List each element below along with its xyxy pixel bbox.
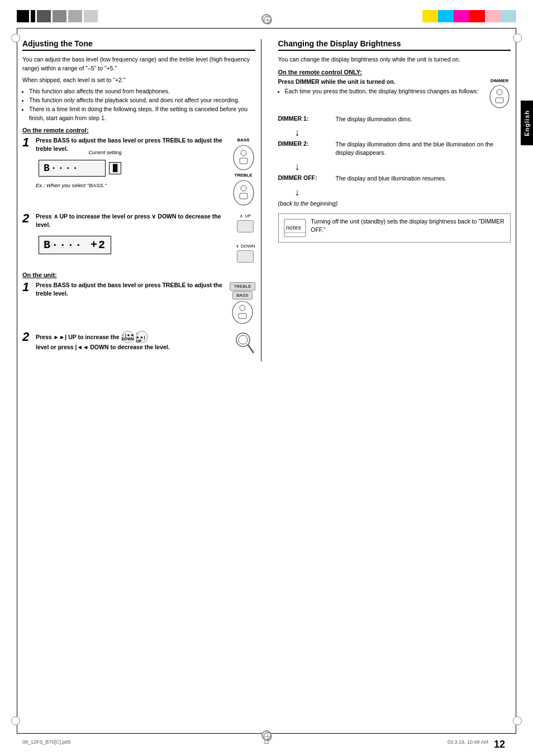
footer-right: 03.3.19, 10:49 AM	[448, 739, 488, 745]
step1-text: Press BASS to adjust the bass level or p…	[36, 136, 227, 153]
unit-heading: On the unit:	[22, 272, 255, 278]
down-label-small: DOWN	[241, 244, 255, 249]
notes-icon: notes	[283, 217, 307, 239]
dimmer2-desc: The display illumination dims and the bl…	[336, 140, 511, 156]
english-tab: English	[521, 101, 533, 145]
bass-unit-btn: BASS	[232, 291, 252, 299]
notes-text: Turning off the unit (standby) sets the …	[311, 217, 506, 235]
treble-unit-btn: TREBLE	[230, 282, 255, 291]
unit-step2-icon	[234, 331, 255, 356]
display-val1: █	[109, 162, 121, 174]
left-bottom-mark	[11, 716, 20, 725]
top-center-mark	[261, 14, 272, 24]
unit-icon	[231, 300, 254, 325]
border-right	[516, 28, 516, 734]
right-top-mark	[513, 34, 522, 42]
svg-rect-20	[496, 98, 503, 103]
dimmer-label-icon: DIMMER	[491, 78, 508, 83]
right-intro: You can change the display brightness on…	[278, 55, 511, 64]
dimmer1-label: DIMMER 1:	[278, 115, 309, 122]
notes-box: notes Turning off the unit (standby) set…	[278, 213, 511, 243]
treble-label: TREBLE	[235, 173, 253, 178]
left-column: Adjusting the Tone You can adjust the ba…	[22, 39, 261, 362]
fwd-up-btn[interactable]: ○ ►►| UP	[136, 331, 148, 343]
footer-left: 09_12FS_B70[C].p65	[22, 739, 71, 745]
svg-rect-8	[240, 158, 248, 164]
svg-point-6	[234, 145, 254, 170]
up-icon: ∧	[240, 213, 243, 218]
down-icon: ∨	[236, 244, 239, 249]
up-button[interactable]	[237, 220, 254, 232]
step1-number: 1	[22, 136, 32, 149]
dimmeroff-label: DIMMER OFF:	[278, 174, 317, 181]
current-setting-label: Current setting	[88, 150, 121, 155]
step2-number: 2	[22, 212, 32, 225]
svg-point-13	[240, 305, 245, 311]
bass-remote-icon	[232, 144, 255, 172]
right-bottom-mark	[513, 716, 522, 725]
bullet-2: This function only affects the playback …	[29, 96, 255, 105]
unit-step1-number: 1	[22, 281, 32, 293]
fwd-down-btn[interactable]: ○ |◄◄ DOWN	[122, 331, 134, 343]
press-dimmer-text: Press DIMMER while the unit is turned on…	[278, 78, 484, 85]
dimmer2-label: DIMMER 2:	[278, 140, 309, 147]
border-left	[17, 28, 17, 734]
right-section-title: Changing the Display Brightness	[278, 39, 511, 51]
svg-line-16	[248, 345, 254, 353]
dimmer-remote-icon	[488, 84, 511, 110]
up-label-small: UP	[245, 213, 251, 218]
down-button[interactable]	[237, 250, 254, 263]
bullet-3: There is a time limit in doing the follo…	[29, 105, 255, 123]
left-top-mark	[11, 34, 20, 42]
svg-point-18	[490, 85, 509, 108]
svg-rect-11	[240, 193, 248, 199]
unit-step1-text: Press BASS to adjust the bass level or p…	[36, 281, 226, 297]
arrow3: ↓	[295, 187, 511, 197]
display-bass: B∙∙∙∙	[39, 160, 106, 177]
dimmeroff-desc: The display and blue illumination resume…	[336, 174, 511, 183]
left-section-title: Adjusting the Tone	[22, 39, 255, 51]
bass-label: BASS	[237, 137, 249, 142]
svg-rect-14	[239, 313, 246, 318]
svg-point-9	[234, 180, 254, 205]
display-bass2: B∙∙∙∙ +2	[39, 236, 111, 254]
border-top	[17, 28, 516, 28]
english-label: English	[524, 110, 530, 136]
dimmer-table: DIMMER 1: The display illumination dims.…	[278, 115, 511, 207]
step2-text: Press ∧ UP to increase the level or pres…	[36, 212, 231, 229]
right-column: Changing the Display Brightness You can …	[273, 39, 511, 362]
bullet-list: This function also affects the sound fro…	[22, 87, 255, 122]
page-number: 12	[494, 739, 505, 750]
svg-point-10	[241, 186, 246, 191]
dimmer1-desc: The display illumination dims.	[336, 115, 511, 123]
left-intro: You can adjust the bass level (low frequ…	[22, 55, 255, 73]
unit-step2-number: 2	[22, 331, 32, 343]
arrow2: ↓	[295, 161, 511, 172]
bullet-1: This function also affects the sound fro…	[29, 87, 255, 96]
svg-text:notes: notes	[285, 224, 301, 230]
svg-point-17	[239, 335, 248, 344]
press-sub-text: Each time you press the button, the disp…	[285, 87, 484, 96]
svg-point-7	[241, 150, 246, 156]
unit-step2-text2: level or press |◄◄ DOWN to decrease the …	[36, 343, 231, 351]
unit-step2-text: Press ►►| UP to increase the	[36, 333, 120, 341]
svg-point-12	[232, 301, 253, 324]
arrow1: ↓	[295, 127, 511, 137]
shipped-note: When shipped, each level is set to "+2."	[22, 76, 255, 85]
treble-remote-icon	[232, 179, 255, 207]
ex-label: Ex.: When you select "BASS."	[36, 182, 227, 188]
remote-control-heading: On the remote control:	[22, 127, 255, 134]
back-text: (back to the beginning)	[278, 200, 511, 207]
svg-point-19	[497, 89, 502, 95]
remote-only-heading: On the remote control ONLY:	[278, 69, 511, 75]
footer-center: 12	[264, 739, 269, 745]
